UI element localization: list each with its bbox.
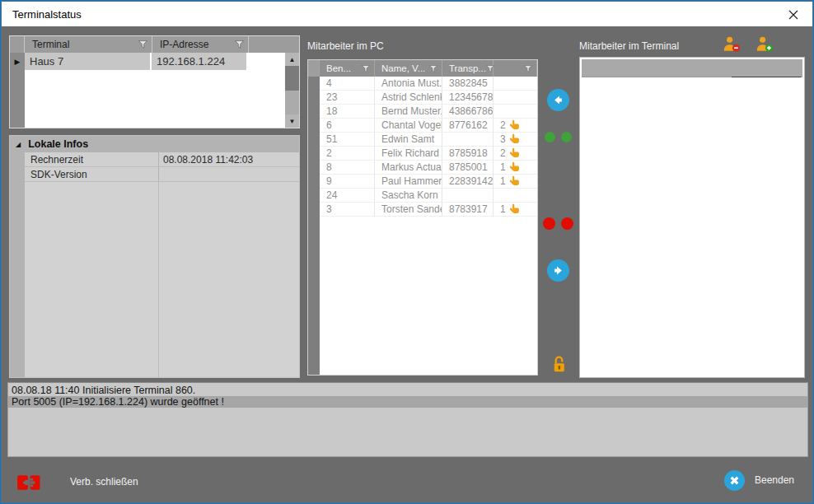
employee-row[interactable]: 18 Bernd Muster... 43866786	[320, 105, 537, 119]
status-red-dot	[543, 217, 555, 230]
cell-name[interactable]: Chantal Vogel	[375, 119, 442, 133]
cell-transponder[interactable]	[442, 133, 494, 147]
unlock-button[interactable]	[550, 354, 568, 374]
cell-transponder[interactable]: 3882845	[442, 77, 494, 91]
cell-count[interactable]	[494, 91, 537, 105]
cell-count[interactable]: 1	[494, 161, 537, 175]
cell-id[interactable]: 3	[320, 203, 375, 217]
window: Terminalstatus Terminal IP-Adresse	[0, 0, 814, 504]
cell-id[interactable]: 51	[320, 133, 375, 147]
filter-icon[interactable]	[524, 65, 532, 72]
property-row[interactable]: Rechnerzeit 08.08.2018 11:42:03	[10, 152, 299, 167]
cell-name[interactable]: Edwin Samt	[375, 133, 442, 147]
cell-transponder[interactable]: 43866786	[442, 105, 494, 119]
terminal-grid-header: Terminal IP-Adresse	[10, 36, 299, 53]
employee-row[interactable]: 3 Torsten Sander 8783917 1	[320, 203, 537, 217]
close-connection-button[interactable]: Verb. schließen	[16, 469, 138, 495]
cell-count[interactable]: 2	[494, 147, 537, 161]
cell-name[interactable]: Markus Actua...	[375, 161, 442, 175]
cell-transponder[interactable]: 8785918	[442, 147, 494, 161]
property-value: 08.08.2018 11:42:03	[158, 152, 299, 167]
exit-x-icon	[724, 470, 745, 491]
cell-count[interactable]: 2	[494, 119, 537, 133]
log-list[interactable]: 08.08.18 11:40 Initialisiere Terminal 86…	[7, 382, 808, 457]
cell-name[interactable]: Torsten Sander	[375, 203, 442, 217]
add-person-button[interactable]	[756, 36, 774, 52]
log-line[interactable]: 08.08.18 11:40 Initialisiere Terminal 86…	[8, 385, 807, 396]
cell-id[interactable]: 24	[320, 189, 375, 203]
employee-row[interactable]: 8 Markus Actua... 8785001 1	[320, 161, 537, 175]
cell-name[interactable]: Paul Hammer	[375, 175, 442, 189]
scroll-down-icon[interactable]: ▼	[285, 114, 299, 128]
column-header-terminal[interactable]: Terminal	[25, 36, 152, 53]
collapse-triangle-icon[interactable]: ◢	[16, 141, 21, 148]
cell-count[interactable]	[494, 105, 537, 119]
employee-row[interactable]: 6 Chantal Vogel 8776162 2	[320, 119, 537, 133]
exit-button[interactable]: Beenden	[724, 469, 794, 492]
terminal-row[interactable]: Haus 7 192.168.1.224	[25, 53, 299, 71]
employee-row[interactable]: 4 Antonia Must... 3882845	[320, 77, 537, 91]
person-add-icon	[756, 36, 774, 52]
cell-id[interactable]: 2	[320, 147, 375, 161]
cell-transponder[interactable]: 8783917	[442, 203, 494, 217]
cell-count[interactable]	[494, 77, 537, 91]
cell-count[interactable]: 1	[494, 203, 537, 217]
ip-cell[interactable]: 192.168.1.224	[152, 53, 248, 71]
local-info-header[interactable]: ◢ Lokale Infos	[10, 136, 299, 152]
employee-row[interactable]: 2 Felix Richard 8785918 2	[320, 147, 537, 161]
column-header-transponder[interactable]: Transp...	[442, 60, 494, 77]
employee-row[interactable]: 23 Astrid Schlenk 12345678	[320, 91, 537, 105]
cell-id[interactable]: 4	[320, 77, 375, 91]
log-line-selected[interactable]: Port 5005 (IP=192.168.1.224) wurde geöff…	[8, 396, 807, 408]
column-header-ben[interactable]: Ben...	[320, 60, 375, 77]
close-connection-label: Verb. schließen	[70, 476, 138, 488]
cell-count[interactable]: 1	[494, 175, 537, 189]
move-to-terminal-button[interactable]	[547, 259, 569, 282]
cell-name[interactable]: Antonia Must...	[375, 77, 442, 91]
employee-row[interactable]: 51 Edwin Samt 3	[320, 133, 537, 147]
cell-name[interactable]: Sascha Korn	[375, 189, 442, 203]
row-selector-column: ▶	[10, 53, 25, 128]
property-row[interactable]: SDK-Version	[10, 167, 299, 182]
column-header-count[interactable]	[494, 60, 537, 77]
move-to-pc-button[interactable]	[547, 89, 569, 111]
close-window-button[interactable]	[781, 4, 806, 25]
terminal-grid-scrollbar[interactable]: ▲ ▼	[285, 53, 299, 128]
filter-icon[interactable]	[235, 40, 244, 49]
terminal-cell[interactable]: Haus 7	[25, 53, 152, 71]
cell-name[interactable]: Bernd Muster...	[375, 105, 442, 119]
remove-person-button[interactable]	[723, 36, 741, 52]
filter-icon[interactable]	[138, 40, 147, 49]
scrollbar-thumb[interactable]	[285, 66, 299, 91]
cell-transponder[interactable]: 228391421	[442, 175, 494, 189]
filter-icon[interactable]	[362, 65, 370, 72]
person-remove-icon	[723, 36, 741, 52]
filter-icon[interactable]	[429, 65, 437, 72]
terminal-grid-body: ▶ Haus 7 192.168.1.224 ▲ ▼	[10, 53, 299, 128]
cell-name[interactable]: Felix Richard	[375, 147, 442, 161]
cell-transponder[interactable]: 8776162	[442, 119, 494, 133]
column-header-ip[interactable]: IP-Adresse	[152, 36, 249, 53]
cell-id[interactable]: 9	[320, 175, 375, 189]
hand-pointer-icon	[509, 147, 521, 159]
cell-transponder[interactable]: 12345678	[442, 91, 494, 105]
terminal-employee-grid	[579, 57, 805, 378]
column-header-name[interactable]: Name, V...	[375, 60, 442, 77]
cell-id[interactable]: 23	[320, 91, 375, 105]
cell-transponder[interactable]: 8785001	[442, 161, 494, 175]
terminal-grid-header	[582, 59, 802, 77]
pc-panel-title: Mitarbeiter im PC	[307, 40, 384, 52]
cell-transponder[interactable]	[442, 189, 494, 203]
scroll-up-icon[interactable]: ▲	[285, 53, 299, 66]
pc-grid-header: Ben... Name, V... Transp...	[308, 60, 537, 77]
cell-name[interactable]: Astrid Schlenk	[375, 91, 442, 105]
cell-id[interactable]: 18	[320, 105, 375, 119]
cell-count[interactable]	[494, 189, 537, 203]
cell-id[interactable]: 8	[320, 161, 375, 175]
pc-grid-rows: 4 Antonia Must... 3882845 23 Astrid Schl…	[320, 77, 537, 375]
employee-row[interactable]: 24 Sascha Korn	[320, 189, 537, 203]
employee-row[interactable]: 9 Paul Hammer 228391421 1	[320, 175, 537, 189]
count-value: 2	[500, 119, 506, 131]
cell-count[interactable]: 3	[494, 133, 537, 147]
cell-id[interactable]: 6	[320, 119, 375, 133]
